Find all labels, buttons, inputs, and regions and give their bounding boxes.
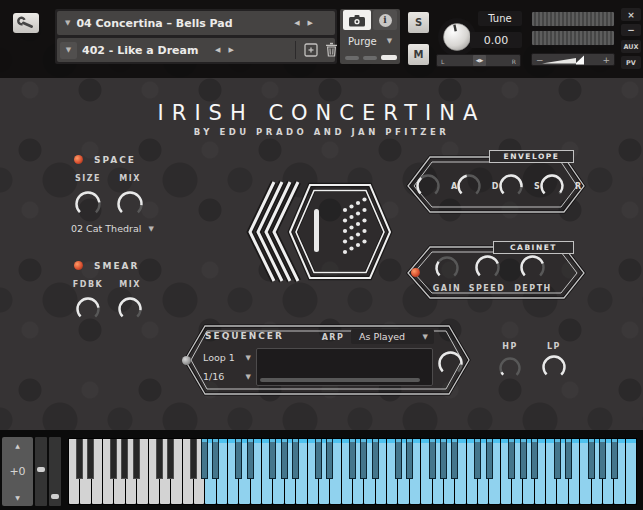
trash-icon[interactable] — [325, 42, 338, 57]
instrument-header-row[interactable]: ▼ 04 Concertina – Bells Pad ◀▶ — [57, 11, 335, 35]
loop-value: Loop 1 — [203, 352, 235, 363]
key-black[interactable] — [554, 439, 561, 479]
aux-button[interactable]: AUX — [621, 40, 641, 53]
key-black[interactable] — [190, 439, 197, 479]
key-black[interactable] — [121, 439, 128, 479]
octave-up-icon[interactable]: ▲ — [15, 442, 20, 449]
key-black[interactable] — [110, 439, 117, 479]
scrollbar-handle[interactable] — [37, 467, 45, 472]
smear-mix-knob[interactable] — [117, 296, 143, 322]
tune-value[interactable]: 0.00 — [470, 32, 522, 48]
key-black[interactable] — [269, 439, 276, 479]
scrollbar-handle[interactable] — [51, 494, 59, 499]
purge-label: Purge — [348, 36, 377, 47]
cabinet-led[interactable] — [411, 268, 420, 277]
mute-button[interactable]: M — [408, 44, 429, 65]
lp-filter-knob[interactable] — [541, 354, 567, 380]
envelope-decay-knob[interactable]: D — [456, 173, 482, 199]
info-tab[interactable]: i — [373, 10, 397, 30]
save-snapshot-icon[interactable] — [304, 43, 318, 57]
arp-mode-dropdown[interactable]: As Played ▼ — [351, 329, 434, 344]
octave-down-icon[interactable]: ▼ — [15, 494, 20, 501]
key-black[interactable] — [292, 439, 299, 479]
pv-button[interactable]: PV — [621, 56, 641, 69]
snapshot-nav-arrows[interactable]: ◀▶ — [215, 46, 242, 54]
key-black[interactable] — [133, 439, 140, 479]
cabinet-depth-knob[interactable] — [519, 254, 546, 281]
lp-label: LP — [541, 342, 567, 351]
solo-button[interactable]: S — [408, 12, 429, 33]
envelope-attack-knob[interactable]: A — [415, 173, 441, 199]
pan-handle[interactable]: ◀▶ — [473, 55, 486, 66]
envelope-release-knob[interactable]: R — [539, 173, 565, 199]
space-preset-dropdown[interactable]: 02 Cat Thedral ▼ — [71, 223, 154, 234]
space-size-knob[interactable] — [74, 190, 102, 218]
rate-dropdown[interactable]: 1/16 ▼ — [203, 371, 251, 382]
key-black[interactable] — [474, 439, 481, 479]
key-black[interactable] — [349, 439, 356, 479]
loop-dropdown[interactable]: Loop 1 ▼ — [203, 352, 251, 363]
key-black[interactable] — [247, 439, 254, 479]
key-black[interactable] — [520, 439, 527, 479]
smear-label: SMEAR — [94, 261, 139, 271]
key-black[interactable] — [87, 439, 94, 479]
smear-mix-label: MIX — [112, 280, 148, 289]
keyboard-scrollbar-vertical[interactable] — [35, 437, 47, 506]
key-black[interactable] — [429, 439, 436, 479]
key-black[interactable] — [326, 439, 333, 479]
key-white[interactable] — [626, 439, 636, 504]
key-black[interactable] — [565, 439, 572, 479]
key-black[interactable] — [372, 439, 379, 479]
sequencer-amount-knob[interactable] — [437, 350, 464, 377]
snapshot-header-row[interactable]: ▼ 402 - Like a Dream ◀▶ — [57, 38, 335, 62]
key-black[interactable] — [315, 439, 322, 479]
minimize-button[interactable]: − — [621, 24, 641, 36]
key-black[interactable] — [212, 439, 219, 479]
close-button[interactable]: × — [621, 8, 641, 21]
space-led[interactable] — [74, 155, 83, 164]
key-black[interactable] — [395, 439, 402, 479]
cabinet-speed-knob[interactable] — [474, 254, 501, 281]
key-black[interactable] — [531, 439, 538, 479]
key-black[interactable] — [201, 439, 208, 479]
knob-arc-icon — [519, 254, 546, 281]
pan-slider[interactable]: L R ◀▶ — [436, 54, 521, 67]
hp-filter-knob[interactable] — [498, 356, 522, 380]
cabinet-tab-label: CABINET — [493, 241, 574, 254]
key-black[interactable] — [486, 439, 493, 479]
snapshot-dropdown-icon[interactable]: ▼ — [60, 42, 77, 59]
keyboard-scrollbar-vertical-2[interactable] — [49, 437, 61, 506]
key-black[interactable] — [167, 439, 174, 479]
snapshot-view-tab[interactable] — [343, 10, 371, 30]
sequencer-scrollbar[interactable] — [260, 378, 420, 382]
envelope-sustain-knob[interactable]: S — [498, 173, 524, 199]
instrument-nav-arrows[interactable]: ◀▶ — [294, 19, 321, 27]
key-black[interactable] — [235, 439, 242, 479]
divider — [295, 41, 296, 59]
edit-wrench-button[interactable] — [13, 13, 39, 33]
sequencer-led[interactable] — [182, 356, 191, 365]
key-black[interactable] — [360, 439, 367, 479]
key-black[interactable] — [156, 439, 163, 479]
key-black[interactable] — [588, 439, 595, 479]
smear-fdbk-knob[interactable] — [75, 296, 101, 322]
piano-keyboard[interactable] — [68, 438, 637, 505]
volume-slider[interactable]: − + — [531, 53, 615, 66]
cabinet-speed-label: SPEED — [467, 284, 507, 293]
key-black[interactable] — [406, 439, 413, 479]
tune-label: Tune — [478, 11, 522, 26]
key-black[interactable] — [440, 439, 447, 479]
key-black[interactable] — [76, 439, 83, 479]
space-mix-knob[interactable] — [116, 190, 144, 218]
key-black[interactable] — [508, 439, 515, 479]
key-black[interactable] — [599, 439, 606, 479]
knob-arc-icon — [75, 296, 101, 322]
instrument-dropdown-icon[interactable]: ▼ — [65, 19, 70, 27]
key-black[interactable] — [451, 439, 458, 479]
key-black[interactable] — [281, 439, 288, 479]
purge-dropdown[interactable]: Purge ▼ — [340, 33, 400, 49]
cabinet-gain-knob[interactable] — [434, 255, 460, 281]
key-black[interactable] — [611, 439, 618, 479]
sequencer-step-display[interactable] — [256, 348, 433, 386]
smear-led[interactable] — [74, 261, 83, 270]
